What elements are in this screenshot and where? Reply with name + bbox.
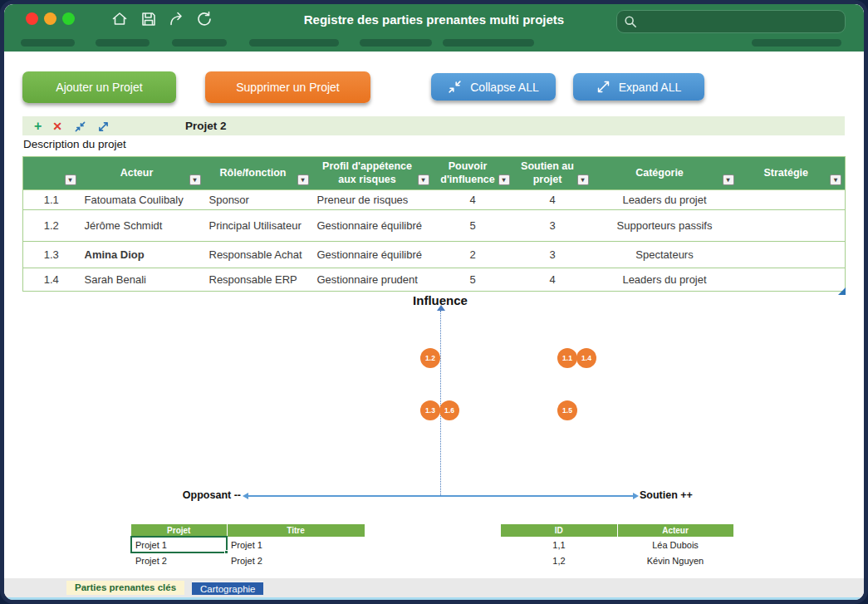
collapse-project-icon[interactable] — [75, 120, 86, 131]
mini-header-id: ID — [501, 524, 617, 537]
stakeholder-dot[interactable]: 1.1 — [557, 348, 577, 368]
project-title: Projet 2 — [185, 120, 227, 132]
cell-id[interactable]: 1.2 — [23, 210, 80, 242]
cell-role[interactable]: Responsable ERP — [204, 268, 312, 292]
cell-soutien[interactable]: 3 — [513, 210, 592, 242]
cell-acteur[interactable]: Sarah Benali — [80, 268, 204, 292]
axis-arrow-right-icon — [633, 493, 639, 499]
delete-row-icon[interactable]: ✕ — [52, 120, 62, 132]
search-icon — [624, 15, 637, 28]
cell-titre[interactable]: Projet 2 — [227, 552, 365, 568]
cell-categorie[interactable]: Leaders du projet — [592, 190, 738, 210]
cell-role[interactable]: Sponsor — [204, 190, 312, 210]
bottom-accent-line — [4, 597, 864, 600]
filter-dropdown-icon[interactable]: ▾ — [723, 174, 734, 185]
collapse-all-label: Collapse ALL — [470, 81, 539, 94]
cell-id[interactable]: 1,2 — [501, 552, 617, 568]
filter-dropdown-icon[interactable]: ▾ — [830, 174, 841, 185]
column-header-strategie: Stratégie▾ — [738, 157, 846, 190]
cell-pouvoir[interactable]: 4 — [433, 190, 513, 210]
cell-projet[interactable]: Projet 2 — [131, 552, 227, 568]
cell-strategie[interactable] — [738, 210, 846, 242]
stakeholder-dot[interactable]: 1.5 — [557, 400, 577, 420]
collapse-all-button[interactable]: Collapse ALL — [431, 73, 556, 101]
axis-label-soutien: Soutien ++ — [640, 489, 693, 501]
cell-categorie[interactable]: Supporteurs passifs — [592, 210, 738, 242]
filter-dropdown-icon[interactable]: ▾ — [498, 174, 510, 185]
mini-header-titre: Titre — [227, 524, 365, 537]
search-input[interactable] — [642, 16, 838, 28]
tab-parties-prenantes[interactable]: Parties prenantes clés — [66, 581, 184, 595]
cell-role[interactable]: Responsable Achat — [204, 242, 312, 268]
expand-project-icon[interactable] — [98, 120, 109, 131]
cell-id[interactable]: 1.4 — [23, 268, 80, 292]
cell-id[interactable]: 1,1 — [501, 537, 617, 552]
column-header-role: Rôle/fonction▾ — [204, 157, 312, 190]
project-description-label: Description du projet — [23, 138, 126, 150]
cell-titre[interactable]: Projet 1 — [227, 537, 365, 552]
skeleton-pill — [21, 39, 75, 47]
cell-id[interactable]: 1.3 — [23, 242, 80, 268]
filter-dropdown-icon[interactable]: ▾ — [297, 174, 309, 185]
skeleton-pill — [443, 39, 534, 47]
cell-profil[interactable]: Gestionnaire équilibré — [312, 242, 433, 268]
selected-cell[interactable]: Projet 1 — [131, 537, 227, 552]
cell-strategie[interactable] — [738, 190, 846, 210]
axis-label-opposant: Opposant -- — [137, 489, 241, 501]
cell-soutien[interactable]: 3 — [513, 242, 592, 268]
stakeholder-dot[interactable]: 1.3 — [420, 400, 440, 420]
table-row: 1.2 Jérôme Schmidt Principal Utilisateur… — [23, 210, 846, 242]
table-row: 1.4 Sarah Benali Responsable ERP Gestion… — [23, 268, 846, 292]
filter-dropdown-icon[interactable]: ▾ — [418, 174, 429, 185]
table-row: 1,2 Kévin Nguyen — [501, 552, 733, 568]
vertical-axis — [440, 311, 441, 495]
cell-soutien[interactable]: 4 — [513, 190, 592, 210]
cell-profil[interactable]: Gestionnaire prudent — [312, 268, 433, 292]
axis-arrow-left-icon — [243, 493, 248, 499]
skeleton-pill — [96, 39, 150, 47]
cell-acteur[interactable]: Jérôme Schmidt — [80, 210, 204, 242]
cell-profil[interactable]: Gestionnaire équilibré — [312, 210, 433, 242]
table-row: 1.1 Fatoumata Coulibaly Sponsor Preneur … — [23, 190, 846, 210]
cell-pouvoir[interactable]: 2 — [433, 242, 513, 268]
cell-soutien[interactable]: 4 — [513, 268, 592, 292]
column-header-id: ▾ — [23, 157, 80, 190]
cell-profil[interactable]: Preneur de risques — [312, 190, 433, 210]
add-row-icon[interactable]: + — [34, 120, 42, 133]
cell-pouvoir[interactable]: 5 — [433, 268, 513, 292]
table-resize-handle[interactable] — [838, 287, 846, 295]
cell-acteur[interactable]: Léa Dubois — [617, 537, 733, 552]
delete-project-button[interactable]: Supprimer un Projet — [205, 71, 370, 103]
cell-categorie[interactable]: Leaders du projet — [592, 268, 738, 292]
cell-fill-handle[interactable] — [224, 550, 228, 554]
expand-all-button[interactable]: Expand ALL — [573, 73, 704, 101]
cell-categorie[interactable]: Spectateurs — [592, 242, 738, 268]
mini-header-projet: Projet — [131, 524, 227, 537]
cell-acteur[interactable]: Kévin Nguyen — [617, 552, 733, 568]
cell-role[interactable]: Principal Utilisateur — [204, 210, 312, 242]
search-box[interactable] — [616, 10, 846, 33]
cell-pouvoir[interactable]: 5 — [433, 210, 513, 242]
stakeholder-dot[interactable]: 1.2 — [420, 348, 440, 368]
horizontal-axis — [248, 495, 633, 497]
app-window: Registre des parties prenantes multi pro… — [4, 4, 864, 600]
tab-cartographie[interactable]: Cartographie — [192, 581, 263, 595]
add-project-button[interactable]: Ajouter un Projet — [22, 71, 176, 103]
table-row: 1.3 Amina Diop Responsable Achat Gestion… — [23, 242, 846, 268]
cell-acteur[interactable]: Amina Diop — [80, 242, 204, 268]
actors-lookup-table: ID Acteur 1,1 Léa Dubois 1,2 Kévin Nguye… — [501, 524, 734, 568]
table-row: 1,1 Léa Dubois — [501, 537, 733, 552]
stakeholder-dot[interactable]: 1.4 — [576, 348, 596, 368]
cell-strategie[interactable] — [738, 242, 846, 268]
column-header-soutien: Soutien au projet▾ — [513, 157, 592, 190]
expand-all-label: Expand ALL — [619, 81, 682, 94]
filter-dropdown-icon[interactable]: ▾ — [577, 174, 589, 185]
filter-dropdown-icon[interactable]: ▾ — [189, 174, 201, 185]
filter-dropdown-icon[interactable]: ▾ — [65, 174, 76, 185]
column-header-categorie: Catégorie▾ — [592, 157, 738, 190]
cell-acteur[interactable]: Fatoumata Coulibaly — [80, 190, 204, 210]
cell-id[interactable]: 1.1 — [23, 190, 80, 210]
cell-strategie[interactable] — [738, 268, 846, 292]
table-header-row: ▾ Acteur▾ Rôle/fonction▾ Profil d'appéte… — [23, 157, 846, 190]
stakeholder-dot[interactable]: 1.6 — [439, 400, 459, 420]
